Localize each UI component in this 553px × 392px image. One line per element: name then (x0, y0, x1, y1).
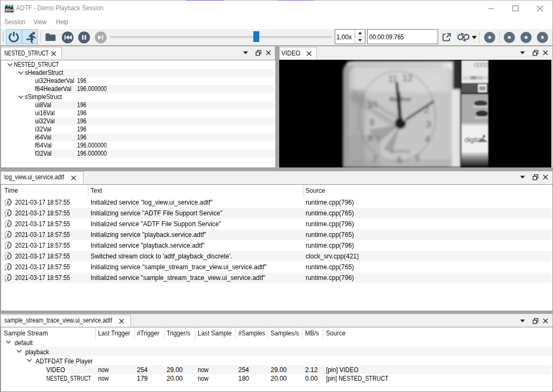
svg-text:9: 9 (369, 117, 374, 128)
svg-text:12: 12 (403, 73, 413, 83)
svg-text:digita: digita (465, 136, 482, 144)
svg-text:88: 88 (479, 85, 486, 92)
svg-text:8: 8 (368, 133, 372, 143)
svg-text:4: 4 (425, 134, 430, 144)
svg-text:3: 3 (426, 120, 431, 130)
